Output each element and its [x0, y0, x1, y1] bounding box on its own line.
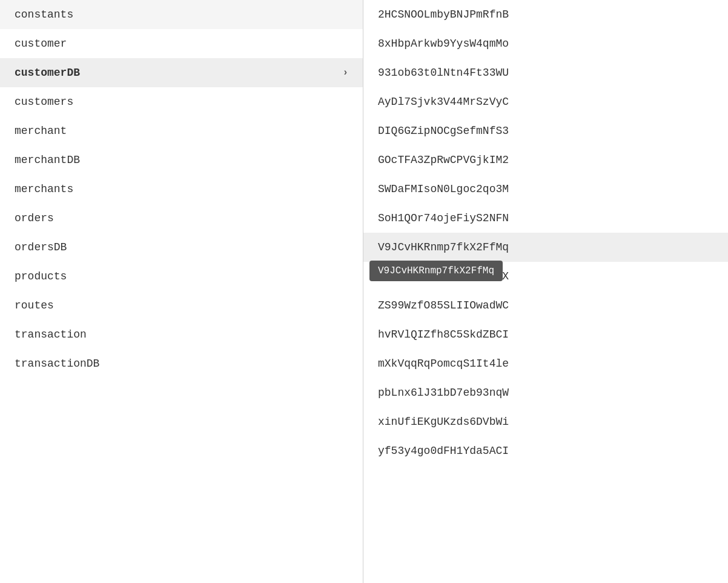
- right-item-label: pbLnx6lJ31bD7eb93nqW: [378, 387, 509, 399]
- right-item-label: V9JCvHKRnmp7fkX2FfMq: [378, 241, 509, 253]
- left-item-label: constants: [15, 8, 73, 21]
- left-item-ordersDB[interactable]: ordersDB: [0, 233, 363, 262]
- left-item-label: transaction: [15, 328, 87, 341]
- right-item-label: DIQ6GZipNOCgSefmNfS3: [378, 125, 509, 137]
- left-item-merchant[interactable]: merchant: [0, 116, 363, 145]
- right-item-item2[interactable]: 8xHbpArkwb9YysW4qmMo: [363, 29, 728, 58]
- left-item-constants[interactable]: constants: [0, 0, 363, 29]
- right-item-item1[interactable]: 2HCSNOOLmbyBNJPmRfnB: [363, 0, 728, 29]
- left-item-label: customers: [15, 96, 73, 108]
- left-item-label: orders: [15, 212, 54, 224]
- right-item-item8[interactable]: SoH1QOr74ojeFiyS2NFN: [363, 204, 728, 233]
- left-item-merchants[interactable]: merchants: [0, 175, 363, 204]
- left-item-routes[interactable]: routes: [0, 291, 363, 320]
- left-item-customerDB[interactable]: customerDB›: [0, 58, 363, 87]
- right-item-item11[interactable]: ZS99WzfO85SLIIOwadWC: [363, 291, 728, 320]
- right-item-item6[interactable]: GOcTFA3ZpRwCPVGjkIM2: [363, 145, 728, 175]
- left-item-label: routes: [15, 299, 54, 311]
- left-item-label: transactionDB: [15, 358, 99, 370]
- right-item-item5[interactable]: DIQ6GZipNOCgSefmNfS3: [363, 116, 728, 145]
- left-panel: constantscustomercustomerDB›customersmer…: [0, 0, 363, 583]
- right-item-label: hvRVlQIZfh8C5SkdZBCI: [378, 328, 509, 341]
- left-item-customers[interactable]: customers: [0, 87, 363, 116]
- right-item-item4[interactable]: AyDl7Sjvk3V44MrSzVyC: [363, 87, 728, 116]
- left-item-label: customerDB: [15, 67, 80, 79]
- right-item-label: SWDaFMIsoN0Lgoc2qo3M: [378, 183, 509, 195]
- left-item-label: products: [15, 270, 67, 282]
- right-item-item9[interactable]: V9JCvHKRnmp7fkX2FfMqV9JCvHKRnmp7fkX2FfMq: [363, 233, 728, 262]
- right-item-item13[interactable]: mXkVqqRqPomcqS1It4le: [363, 349, 728, 378]
- right-item-label: xinUfiEKgUKzds6DVbWi: [378, 416, 509, 428]
- left-item-label: merchant: [15, 125, 67, 137]
- right-panel: 2HCSNOOLmbyBNJPmRfnB8xHbpArkwb9YysW4qmMo…: [363, 0, 728, 583]
- left-item-label: merchantDB: [15, 154, 80, 166]
- right-item-label: 931ob63t0lNtn4Ft33WU: [378, 67, 509, 79]
- chevron-icon: ›: [342, 67, 348, 78]
- left-item-customer[interactable]: customer: [0, 29, 363, 58]
- left-item-label: merchants: [15, 183, 73, 195]
- right-item-item14[interactable]: pbLnx6lJ31bD7eb93nqW: [363, 378, 728, 407]
- left-item-orders[interactable]: orders: [0, 204, 363, 233]
- right-item-item7[interactable]: SWDaFMIsoN0Lgoc2qo3M: [363, 175, 728, 204]
- left-item-transaction[interactable]: transaction: [0, 320, 363, 349]
- right-item-label: GOcTFA3ZpRwCPVGjkIM2: [378, 154, 509, 166]
- right-item-item15[interactable]: xinUfiEKgUKzds6DVbWi: [363, 407, 728, 436]
- right-item-label: AyDl7Sjvk3V44MrSzVyC: [378, 96, 509, 108]
- left-item-label: customer: [15, 38, 67, 50]
- right-item-label: 8xHbpArkwb9YysW4qmMo: [378, 38, 509, 50]
- right-item-item16[interactable]: yf53y4go0dFH1Yda5ACI: [363, 436, 728, 465]
- left-item-products[interactable]: products: [0, 262, 363, 291]
- left-item-merchantDB[interactable]: merchantDB: [0, 145, 363, 175]
- left-item-label: ordersDB: [15, 241, 67, 253]
- tooltip: V9JCvHKRnmp7fkX2FfMq: [369, 261, 503, 281]
- right-item-label: yf53y4go0dFH1Yda5ACI: [378, 445, 509, 457]
- right-item-label: ZS99WzfO85SLIIOwadWC: [378, 299, 509, 311]
- left-item-transactionDB[interactable]: transactionDB: [0, 349, 363, 378]
- right-item-label: 2HCSNOOLmbyBNJPmRfnB: [378, 8, 509, 21]
- right-item-label: SoH1QOr74ojeFiyS2NFN: [378, 212, 509, 224]
- right-item-item12[interactable]: hvRVlQIZfh8C5SkdZBCI: [363, 320, 728, 349]
- right-item-item3[interactable]: 931ob63t0lNtn4Ft33WU: [363, 58, 728, 87]
- right-item-label: mXkVqqRqPomcqS1It4le: [378, 358, 509, 370]
